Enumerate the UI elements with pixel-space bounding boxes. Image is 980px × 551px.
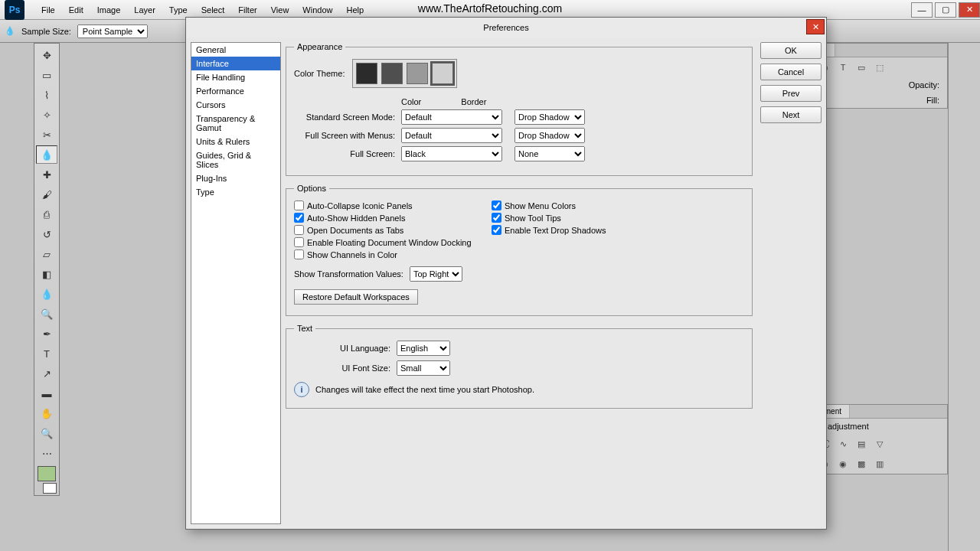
background-swatch[interactable]	[43, 483, 57, 494]
stamp-tool[interactable]: ⎙	[36, 205, 57, 223]
healing-tool[interactable]: ✚	[36, 165, 57, 184]
checkbox-label: Show Tool Tips	[505, 214, 561, 223]
category-general[interactable]: General	[191, 43, 280, 57]
checkbox[interactable]	[492, 225, 501, 235]
info-icon: i	[294, 382, 309, 397]
checkbox[interactable]	[294, 225, 304, 235]
ui-font-size-select[interactable]: Small	[397, 360, 450, 376]
menu-view[interactable]: View	[265, 2, 296, 18]
edit-toolbar[interactable]: ⋯	[36, 444, 57, 462]
checkbox[interactable]	[294, 201, 304, 210]
color-select[interactable]: Default	[401, 109, 502, 125]
path-tool[interactable]: ↗	[36, 364, 57, 383]
category-file-handling[interactable]: File Handling	[191, 70, 280, 84]
dodge-tool[interactable]: 🔍	[36, 305, 57, 323]
category-units-rulers[interactable]: Units & Rulers	[191, 135, 280, 148]
checkbox[interactable]	[294, 213, 304, 223]
ui-language-select[interactable]: English	[397, 341, 450, 356]
sample-size-label: Sample Size:	[21, 27, 71, 36]
category-type[interactable]: Type	[191, 185, 280, 199]
checkbox[interactable]	[492, 213, 501, 223]
checkbox-label: Auto-Show Hidden Panels	[307, 214, 405, 223]
text-group: Text UI Language: English UI Font Size: …	[286, 324, 753, 409]
dialog-button-column: OK Cancel Prev Next	[756, 37, 826, 529]
zoom-tool[interactable]: 🔍	[36, 424, 57, 442]
screen-mode-label: Full Screen:	[294, 149, 395, 158]
menu-help[interactable]: Help	[340, 2, 370, 18]
screen-mode-label: Full Screen with Menus:	[294, 131, 395, 140]
theme-swatch-1[interactable]	[381, 63, 403, 84]
mixer-icon[interactable]: ▩	[854, 457, 869, 471]
border-select[interactable]: Drop Shadow	[514, 109, 585, 125]
category-guides-grid-slices[interactable]: Guides, Grid & Slices	[191, 148, 280, 171]
dialog-title: Preferences ✕	[186, 18, 826, 37]
category-performance[interactable]: Performance	[191, 84, 280, 98]
transform-values-select[interactable]: Top Right	[410, 266, 462, 282]
type-tool[interactable]: T	[36, 344, 57, 363]
lookup-icon[interactable]: ▥	[872, 457, 887, 471]
dialog-close-button[interactable]: ✕	[806, 19, 825, 34]
pen-tool[interactable]: ✒	[36, 324, 57, 343]
menu-edit[interactable]: Edit	[63, 2, 90, 18]
menu-file[interactable]: File	[35, 2, 61, 18]
move-tool[interactable]: ✥	[36, 46, 57, 64]
wand-tool[interactable]: ✧	[36, 106, 57, 124]
border-select[interactable]: None	[514, 146, 585, 161]
sample-size-select[interactable]: Point Sample	[77, 24, 148, 38]
checkbox[interactable]	[294, 249, 304, 259]
close-button[interactable]: ✕	[959, 2, 980, 18]
panel-icon[interactable]: ▭	[854, 60, 869, 74]
blur-tool[interactable]: 💧	[36, 285, 57, 303]
color-select[interactable]: Black	[401, 146, 502, 161]
theme-swatch-3[interactable]	[432, 63, 453, 84]
ui-font-size-label: UI Font Size:	[294, 364, 390, 373]
menu-image[interactable]: Image	[91, 2, 127, 18]
checkbox[interactable]	[492, 201, 501, 210]
vibrance-icon[interactable]: ▽	[872, 437, 887, 451]
minimize-button[interactable]: —	[911, 2, 933, 18]
maximize-button[interactable]: ▢	[935, 2, 956, 18]
checkbox-label: Show Channels in Color	[307, 250, 397, 259]
menu-filter[interactable]: Filter	[232, 2, 263, 18]
crop-tool[interactable]: ✂	[36, 126, 57, 144]
shape-tool[interactable]: ▬	[36, 384, 57, 403]
menu-type[interactable]: Type	[163, 2, 194, 18]
color-theme-label: Color Theme:	[294, 69, 345, 78]
category-interface[interactable]: Interface	[191, 57, 280, 70]
curves-icon[interactable]: ∿	[835, 437, 851, 451]
lasso-tool[interactable]: ⌇	[36, 86, 57, 104]
checkbox[interactable]	[294, 237, 304, 247]
category-transparency-gamut[interactable]: Transparency & Gamut	[191, 112, 280, 135]
gradient-tool[interactable]: ◧	[36, 265, 57, 283]
info-text: Changes will take effect the next time y…	[315, 385, 534, 394]
menu-layer[interactable]: Layer	[128, 2, 162, 18]
collapsed-panel-dock	[948, 43, 980, 551]
eyedropper-tool[interactable]: 💧	[36, 145, 57, 164]
category-cursors[interactable]: Cursors	[191, 98, 280, 112]
marquee-tool[interactable]: ▭	[36, 66, 57, 84]
color-select[interactable]: Default	[401, 128, 502, 143]
exposure-icon[interactable]: ▤	[854, 437, 869, 451]
theme-swatch-2[interactable]	[407, 63, 428, 84]
restore-workspaces-button[interactable]: Restore Default Workspaces	[294, 289, 418, 305]
history-brush-tool[interactable]: ↺	[36, 225, 57, 243]
ok-button[interactable]: OK	[760, 42, 822, 59]
foreground-swatch[interactable]	[38, 466, 56, 481]
category-plug-ins[interactable]: Plug-Ins	[191, 171, 280, 185]
checkbox-label: Enable Text Drop Shadows	[505, 226, 606, 235]
cancel-button[interactable]: Cancel	[760, 64, 822, 80]
border-select[interactable]: Drop Shadow	[514, 128, 585, 143]
hand-tool[interactable]: ✋	[36, 404, 57, 422]
photo-filter-icon[interactable]: ◉	[835, 457, 851, 471]
panel-icon[interactable]: ⬚	[872, 60, 887, 74]
theme-swatch-0[interactable]	[356, 63, 377, 84]
screen-mode-label: Standard Screen Mode:	[294, 112, 395, 122]
category-list: GeneralInterfaceFile HandlingPerformance…	[191, 42, 281, 524]
panel-icon[interactable]: T	[835, 60, 851, 74]
prev-button[interactable]: Prev	[760, 85, 822, 102]
eraser-tool[interactable]: ▱	[36, 245, 57, 263]
menu-select[interactable]: Select	[195, 2, 231, 18]
menu-window[interactable]: Window	[296, 2, 338, 18]
brush-tool[interactable]: 🖌	[36, 185, 57, 204]
next-button[interactable]: Next	[760, 106, 822, 123]
